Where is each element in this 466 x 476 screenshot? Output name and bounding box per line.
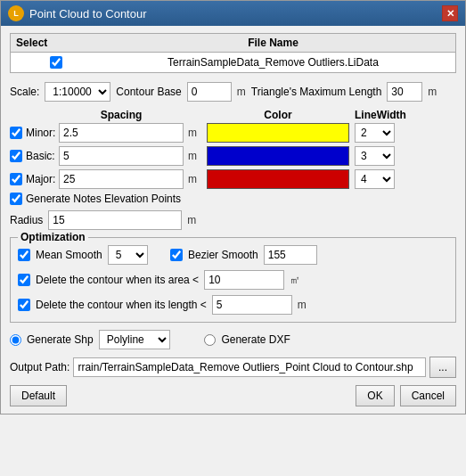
close-button[interactable]: ✕	[442, 5, 458, 21]
delete-length-checkbox[interactable]	[18, 299, 30, 311]
output-path-input[interactable]	[73, 357, 426, 377]
mean-smooth-checkbox[interactable]	[18, 249, 30, 261]
content-area: Select File Name TerrainSampleData_Remov…	[1, 26, 465, 414]
delete-length-input[interactable]	[212, 295, 292, 315]
window-title: Point Cloud to Contour	[29, 7, 147, 21]
contour-base-label: Contour Base	[116, 86, 181, 98]
file-table: Select File Name TerrainSampleData_Remov…	[10, 33, 456, 73]
minor-checkbox[interactable]	[10, 127, 22, 139]
file-select-cell	[16, 56, 96, 69]
delete-area-checkbox[interactable]	[18, 274, 30, 286]
major-checkbox[interactable]	[10, 173, 22, 185]
minor-label: Minor:	[26, 127, 55, 139]
basic-label-cell: Basic:	[10, 150, 59, 162]
color-header: Color	[207, 109, 349, 121]
output-path-row: Output Path: ...	[10, 357, 456, 378]
basic-lw-select[interactable]: 3	[355, 146, 395, 166]
delete-area-unit: ㎡	[290, 273, 300, 288]
major-label: Major:	[26, 173, 55, 185]
cancel-button[interactable]: Cancel	[400, 385, 456, 406]
minor-lw-cell: 2	[355, 123, 395, 143]
app-logo: L	[8, 5, 24, 21]
contour-base-input[interactable]	[187, 82, 232, 102]
triangle-max-unit: m	[428, 86, 437, 98]
mean-smooth-label: Mean Smooth	[36, 249, 102, 261]
contour-col-headers: Spacing Color LineWidth	[10, 109, 456, 121]
minor-row: Minor: m 2	[10, 123, 456, 143]
major-color-box[interactable]	[207, 169, 349, 189]
optimization-group: Optimization Mean Smooth 5 Bezier Smooth…	[10, 237, 456, 323]
output-path-label: Output Path:	[10, 361, 69, 373]
file-checkbox[interactable]	[50, 56, 62, 69]
generate-shp-radio[interactable]	[10, 334, 21, 346]
generate-notes-row: Generate Notes Elevation Points	[10, 193, 456, 205]
col-select-header: Select	[16, 37, 96, 49]
triangle-max-input[interactable]	[387, 82, 422, 102]
default-button[interactable]: Default	[10, 385, 67, 406]
scale-select[interactable]: 1:10000	[45, 82, 110, 102]
bezier-smooth-input[interactable]	[264, 245, 317, 265]
basic-label: Basic:	[26, 150, 55, 162]
footer-right: OK Cancel	[356, 385, 456, 406]
bezier-smooth-label: Bezier Smooth	[188, 249, 258, 261]
file-table-row: TerrainSampleData_Remove Outliers.LiData	[11, 53, 455, 72]
major-label-cell: Major:	[10, 173, 59, 185]
radius-row: Radius m	[10, 210, 456, 230]
mean-smooth-select[interactable]: 5	[108, 245, 148, 265]
browse-button[interactable]: ...	[429, 357, 456, 378]
basic-unit: m	[184, 150, 201, 162]
delete-length-label: Delete the contour when its length <	[36, 299, 207, 311]
basic-lw-cell: 3	[355, 146, 395, 166]
file-name-cell: TerrainSampleData_Remove Outliers.LiData	[96, 56, 450, 69]
footer-row: Default OK Cancel	[10, 385, 456, 406]
delete-area-row: Delete the contour when its area < ㎡	[18, 270, 448, 290]
title-bar-left: L Point Cloud to Contour	[8, 5, 147, 21]
spacing-header: Spacing	[59, 109, 184, 121]
generate-dxf-label: Generate DXF	[221, 333, 290, 346]
minor-spacing-input[interactable]	[59, 123, 184, 143]
major-lw-cell: 4	[355, 169, 395, 189]
major-spacing-input[interactable]	[59, 169, 184, 189]
generate-dxf-radio[interactable]	[204, 334, 216, 346]
generate-notes-checkbox[interactable]	[10, 193, 22, 205]
delete-length-row: Delete the contour when its length < m	[18, 295, 448, 315]
col-filename-header: File Name	[96, 37, 450, 49]
bezier-smooth-checkbox[interactable]	[170, 249, 183, 261]
minor-color-box[interactable]	[207, 123, 349, 143]
contour-base-unit: m	[237, 86, 246, 98]
major-row: Major: m 4	[10, 169, 456, 189]
basic-row: Basic: m 3	[10, 146, 456, 166]
delete-area-input[interactable]	[204, 270, 284, 290]
file-table-header: Select File Name	[11, 34, 455, 53]
radius-label: Radius	[10, 214, 43, 226]
generate-format-row: Generate Shp Polyline Polygon Generate D…	[10, 330, 456, 349]
delete-length-unit: m	[298, 299, 307, 311]
optimization-title: Optimization	[18, 231, 88, 243]
smooth-row: Mean Smooth 5 Bezier Smooth	[18, 245, 448, 265]
triangle-max-label: Triangle's Maximum Length	[251, 86, 382, 98]
scale-label: Scale:	[10, 86, 39, 98]
ok-button[interactable]: OK	[356, 385, 394, 406]
minor-label-cell: Minor:	[10, 127, 59, 139]
radius-unit: m	[187, 214, 196, 226]
generate-notes-label: Generate Notes Elevation Points	[26, 193, 181, 205]
linewidth-header: LineWidth	[355, 109, 406, 121]
delete-area-label: Delete the contour when its area <	[36, 274, 199, 286]
major-unit: m	[184, 173, 201, 185]
title-bar: L Point Cloud to Contour ✕	[1, 1, 465, 26]
basic-checkbox[interactable]	[10, 150, 22, 162]
main-window: L Point Cloud to Contour ✕ Select File N…	[0, 0, 466, 414]
radius-input[interactable]	[48, 210, 182, 230]
minor-unit: m	[184, 127, 201, 139]
shp-type-select[interactable]: Polyline Polygon	[99, 330, 170, 349]
major-lw-select[interactable]: 4	[355, 169, 395, 189]
scale-row: Scale: 1:10000 Contour Base m Triangle's…	[10, 82, 456, 102]
basic-spacing-input[interactable]	[59, 146, 184, 166]
minor-lw-select[interactable]: 2	[355, 123, 395, 143]
basic-color-box[interactable]	[207, 146, 349, 166]
generate-shp-label: Generate Shp	[27, 333, 94, 346]
